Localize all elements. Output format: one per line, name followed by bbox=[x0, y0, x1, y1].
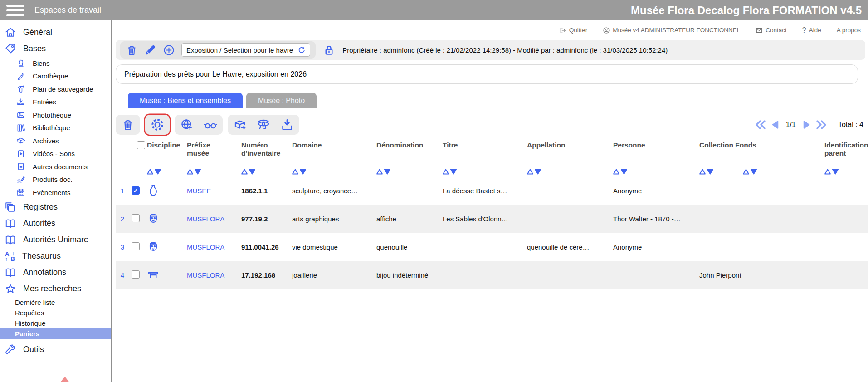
prefixe-link[interactable]: MUSFLORA bbox=[187, 215, 241, 223]
fire-extinguisher-icon bbox=[16, 84, 25, 93]
row-checkbox[interactable] bbox=[132, 242, 140, 250]
sidebar-item-bibliotheque[interactable]: Bibliothèque bbox=[0, 122, 111, 135]
table-row: 1 MUSEE 1862.1.1 sculpture, croyance… La… bbox=[116, 176, 868, 205]
sidebar-item-paniers[interactable]: Paniers bbox=[0, 328, 111, 339]
first-page-icon[interactable] bbox=[755, 119, 766, 130]
sidebar-item-thesaurus[interactable]: A↓↑B Thesaurus bbox=[0, 248, 111, 264]
app-window: Espaces de travail Musée Flora Decalog F… bbox=[0, 0, 868, 382]
select-all-checkbox[interactable] bbox=[137, 141, 145, 149]
col-identification-parent: Identification parent bbox=[824, 140, 868, 176]
menubar-item-contact[interactable]: Contact bbox=[756, 27, 787, 34]
sidebar-item-plan-de-sauvegarde[interactable]: Plan de sauvegarde bbox=[0, 83, 111, 96]
sidebar-item-videos-sons[interactable]: Vidéos - Sons bbox=[0, 147, 111, 161]
sidebar-item-historique[interactable]: Historique bbox=[0, 318, 111, 328]
sidebar-item-requetes[interactable]: Requêtes bbox=[0, 308, 111, 318]
record-owner-info: Propriétaire : adminfonc (Créé le : 21/0… bbox=[342, 46, 668, 54]
publish-view-group bbox=[175, 115, 223, 135]
delete-items-button[interactable] bbox=[121, 118, 135, 132]
gear-icon bbox=[151, 118, 164, 132]
row-checkbox[interactable] bbox=[132, 214, 140, 222]
discipline-cell bbox=[147, 212, 187, 226]
sidebar-item-biens[interactable]: Biens bbox=[0, 57, 111, 70]
refresh-icon[interactable] bbox=[297, 46, 305, 54]
prefixe-link[interactable]: MUSFLORA bbox=[187, 271, 241, 279]
settings-button[interactable] bbox=[151, 118, 164, 132]
sort-arrows[interactable] bbox=[376, 169, 441, 175]
col-prefixe-musee: Préfixe musée bbox=[187, 140, 241, 176]
tab-musee-biens-et-ensembles[interactable]: Musée : Biens et ensembles bbox=[128, 93, 243, 108]
sort-arrows[interactable] bbox=[187, 169, 239, 175]
sort-arrows[interactable] bbox=[292, 169, 375, 175]
wrench-icon bbox=[5, 344, 16, 356]
sidebar-item-autorites[interactable]: Autorités bbox=[0, 215, 111, 232]
sort-arrows[interactable] bbox=[147, 169, 185, 175]
sidebar-item-registres[interactable]: Registres bbox=[0, 199, 111, 215]
sidebar-item-entrees[interactable]: Entrées bbox=[0, 96, 111, 109]
download-button[interactable] bbox=[280, 118, 294, 132]
table-row: 3 MUSFLORA 911.0041.26 vie domestique qu… bbox=[116, 233, 868, 261]
sort-arrows[interactable] bbox=[443, 169, 525, 175]
sidebar-item-general[interactable]: Général bbox=[0, 24, 111, 40]
col-domaine: Domaine bbox=[292, 140, 376, 176]
prefixe-link[interactable]: MUSEE bbox=[187, 187, 241, 195]
table-row: 2 MUSFLORA 977.19.2 arts graphiques affi… bbox=[116, 205, 868, 233]
sidebar-item-derniere-liste[interactable]: Dernière liste bbox=[0, 297, 111, 308]
sidebar-item-annotations[interactable]: Annotations bbox=[0, 264, 111, 281]
row-checkbox[interactable] bbox=[132, 270, 140, 279]
menubar-item-apropos[interactable]: A propos bbox=[837, 27, 861, 34]
menubar-item-user[interactable]: Musée v4 ADMINISTRATEUR FONCTIONNEL bbox=[603, 27, 740, 34]
row-checkbox[interactable] bbox=[132, 186, 140, 195]
hamburger-menu-icon[interactable] bbox=[6, 5, 24, 16]
preview-button[interactable] bbox=[204, 118, 217, 132]
writing-icon bbox=[16, 175, 25, 184]
sidebar-item-mes-recherches[interactable]: Mes recherches bbox=[0, 281, 111, 297]
open-book-icon bbox=[5, 218, 16, 230]
row-number-link[interactable]: 1 bbox=[116, 187, 132, 195]
add-record-button[interactable] bbox=[163, 44, 175, 56]
export-basket-button[interactable] bbox=[233, 118, 247, 132]
page-indicator: 1/1 bbox=[786, 121, 796, 129]
sidebar-scroll-indicator[interactable] bbox=[58, 377, 72, 382]
basket-description-input[interactable] bbox=[116, 64, 858, 84]
sort-arrows[interactable] bbox=[743, 169, 823, 175]
next-page-icon[interactable] bbox=[801, 119, 812, 130]
sidebar-item-outils[interactable]: Outils bbox=[0, 342, 111, 358]
sort-arrows[interactable] bbox=[527, 169, 611, 175]
sidebar-item-archives[interactable]: Archives bbox=[0, 134, 111, 147]
books-icon bbox=[16, 123, 25, 132]
document-icon bbox=[16, 162, 25, 171]
sidebar-item-bases[interactable]: Bases bbox=[0, 40, 111, 57]
row-number-link[interactable]: 2 bbox=[116, 215, 132, 223]
basket-selector[interactable]: Exposition / Selection pour le havre bbox=[181, 43, 310, 57]
list-toolbar: 1/1 Total : 4 bbox=[116, 115, 865, 135]
sidebar-item-phototheque[interactable]: Photothèque bbox=[0, 108, 111, 122]
last-page-icon[interactable] bbox=[816, 119, 827, 130]
row-number-link[interactable]: 3 bbox=[116, 243, 132, 251]
open-box-icon bbox=[16, 136, 25, 145]
sort-arrows[interactable] bbox=[699, 169, 741, 175]
sidebar-item-carotheque[interactable]: Carothèque bbox=[0, 70, 111, 83]
edit-record-button[interactable] bbox=[144, 44, 156, 56]
delete-record-button[interactable] bbox=[126, 44, 138, 56]
menubar-item-quitter[interactable]: Quitter bbox=[559, 27, 588, 34]
sort-arrows[interactable] bbox=[241, 169, 290, 175]
sidebar-item-evenements[interactable]: Evènements bbox=[0, 186, 111, 199]
user-icon bbox=[603, 27, 610, 34]
exit-icon bbox=[559, 27, 566, 34]
row-number-link[interactable]: 4 bbox=[116, 271, 132, 279]
sidebar-item-autres-documents[interactable]: Autres documents bbox=[0, 160, 111, 173]
menubar-item-aide[interactable]: ? Aide bbox=[802, 26, 821, 34]
image-icon bbox=[16, 110, 25, 119]
lock-button[interactable] bbox=[323, 44, 335, 56]
prefixe-link[interactable]: MUSFLORA bbox=[187, 243, 241, 251]
sort-arrows[interactable] bbox=[824, 169, 866, 175]
sort-arrows[interactable] bbox=[613, 169, 697, 175]
sidebar-item-autorites-unimarc[interactable]: Autorités Unimarc bbox=[0, 232, 111, 248]
sidebar-item-produits-doc[interactable]: Produits doc. bbox=[0, 173, 111, 186]
previous-page-icon[interactable] bbox=[770, 119, 781, 130]
publish-web-button[interactable] bbox=[180, 118, 194, 132]
horus-eye-button[interactable] bbox=[257, 118, 270, 132]
tab-musee-photo[interactable]: Musée : Photo bbox=[246, 93, 317, 108]
settings-group bbox=[145, 115, 170, 135]
calendar-icon bbox=[16, 188, 25, 197]
